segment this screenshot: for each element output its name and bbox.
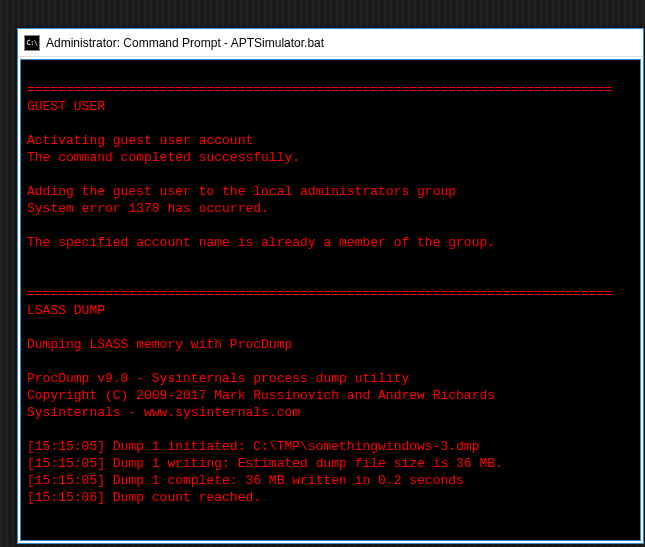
window-title: Administrator: Command Prompt - APTSimul… bbox=[46, 36, 324, 50]
terminal-line bbox=[27, 166, 634, 183]
terminal-line: LSASS DUMP bbox=[27, 302, 634, 319]
terminal-line bbox=[27, 506, 634, 523]
terminal-line: ========================================… bbox=[27, 540, 634, 541]
terminal-line bbox=[27, 523, 634, 540]
cmd-icon: C:\ bbox=[24, 35, 40, 51]
terminal-line: The command completed successfully. bbox=[27, 149, 634, 166]
terminal-line: [15:15:05] Dump 1 initiated: C:\TMP\some… bbox=[27, 438, 634, 455]
terminal-line bbox=[27, 217, 634, 234]
terminal-line bbox=[27, 268, 634, 285]
command-prompt-window: C:\ Administrator: Command Prompt - APTS… bbox=[17, 28, 644, 544]
window-titlebar[interactable]: C:\ Administrator: Command Prompt - APTS… bbox=[18, 29, 643, 57]
terminal-line bbox=[27, 251, 634, 268]
terminal-line bbox=[27, 64, 634, 81]
terminal-line: Adding the guest user to the local admin… bbox=[27, 183, 634, 200]
terminal-line: Sysinternals - www.sysinternals.com bbox=[27, 404, 634, 421]
terminal-line bbox=[27, 353, 634, 370]
terminal-line: Dumping LSASS memory with ProcDump bbox=[27, 336, 634, 353]
terminal-line: [15:15:06] Dump count reached. bbox=[27, 489, 634, 506]
terminal-line bbox=[27, 115, 634, 132]
terminal-line: Activating guest user account bbox=[27, 132, 634, 149]
terminal-line: System error 1378 has occurred. bbox=[27, 200, 634, 217]
terminal-line: GUEST USER bbox=[27, 98, 634, 115]
terminal-line: ========================================… bbox=[27, 81, 634, 98]
terminal-line: ProcDump v9.0 - Sysinternals process dum… bbox=[27, 370, 634, 387]
terminal-line: The specified account name is already a … bbox=[27, 234, 634, 251]
terminal-line: [15:15:05] Dump 1 writing: Estimated dum… bbox=[27, 455, 634, 472]
terminal-line: Copyright (C) 2009-2017 Mark Russinovich… bbox=[27, 387, 634, 404]
terminal-output[interactable]: ========================================… bbox=[20, 59, 641, 541]
terminal-line bbox=[27, 319, 634, 336]
terminal-line: [15:15:05] Dump 1 complete: 36 MB writte… bbox=[27, 472, 634, 489]
terminal-line bbox=[27, 421, 634, 438]
terminal-line: ========================================… bbox=[27, 285, 634, 302]
